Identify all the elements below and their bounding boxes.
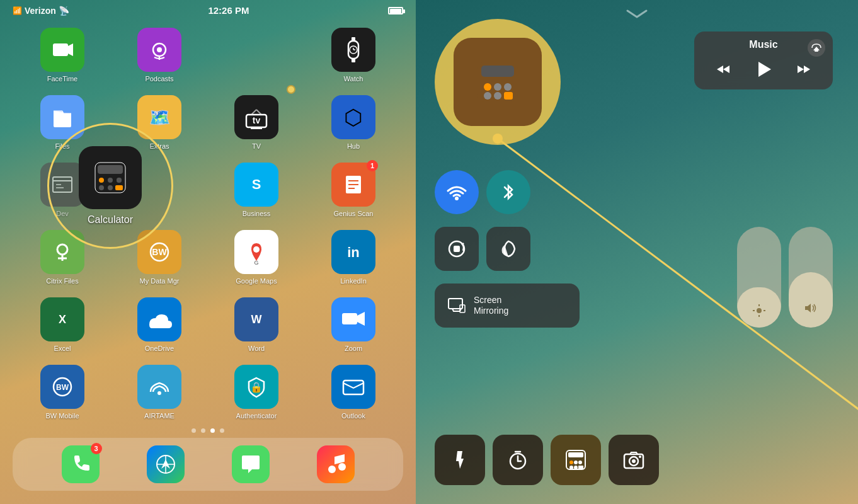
- linkedin-icon: in: [331, 230, 375, 274]
- play-button[interactable]: [751, 57, 776, 82]
- volume-icon: [803, 301, 818, 319]
- app-grid-row5: X Excel OneDrive W Word Zoom: [0, 291, 416, 358]
- app-onedrive[interactable]: OneDrive: [116, 297, 203, 352]
- screen-mirroring-btn[interactable]: ScreenMirroring: [435, 284, 580, 328]
- dock-phone[interactable]: 3: [62, 445, 100, 483]
- calculator-bottom-btn[interactable]: [551, 435, 601, 485]
- status-left: 📶 Verizon 📡: [13, 6, 69, 16]
- svg-point-62: [484, 92, 491, 100]
- dock-messages[interactable]: [232, 445, 270, 483]
- sliders-container: [737, 227, 833, 328]
- app-watch[interactable]: Watch: [310, 28, 397, 83]
- camera-btn[interactable]: [609, 435, 659, 485]
- yellow-highlight-circle: [435, 19, 561, 145]
- svg-rect-8: [352, 37, 355, 41]
- svg-point-60: [494, 83, 501, 91]
- mydatamgr-label: My Data Mgr: [140, 277, 180, 285]
- excel-icon: X: [40, 297, 84, 341]
- svg-point-77: [757, 308, 762, 313]
- dock-safari[interactable]: [147, 445, 185, 483]
- app-googlemaps[interactable]: G Google Maps: [213, 230, 300, 285]
- svg-text:G: G: [254, 260, 258, 265]
- volume-slider[interactable]: [789, 227, 833, 328]
- app-genius[interactable]: 1 Genius Scan: [310, 163, 397, 217]
- app-linkedin[interactable]: in LinkedIn: [310, 230, 397, 285]
- app-podcasts[interactable]: Podcasts: [116, 28, 203, 83]
- googlemaps-label: Google Maps: [236, 277, 277, 285]
- googlemaps-icon: G: [234, 230, 278, 274]
- messages-icon: [232, 445, 270, 483]
- svg-point-46: [328, 466, 336, 473]
- app-word[interactable]: W Word: [213, 297, 300, 352]
- svg-point-90: [578, 461, 582, 464]
- svg-rect-64: [504, 92, 513, 100]
- dock-music[interactable]: [317, 445, 355, 483]
- app-bwmobile[interactable]: BW BW Mobile: [19, 365, 106, 420]
- brightness-slider[interactable]: [737, 227, 781, 328]
- svg-text:in: in: [347, 244, 360, 260]
- app-authenticator[interactable]: 🔒 Authenticator: [213, 365, 300, 420]
- music-widget: Music: [694, 32, 833, 89]
- app-hub[interactable]: ⬡ Hub: [310, 95, 397, 150]
- bottom-controls-row: [435, 435, 659, 485]
- dot-3-active: [210, 428, 215, 433]
- rotation-lock-btn[interactable]: [435, 227, 479, 271]
- app-facetime[interactable]: FaceTime: [19, 28, 106, 83]
- svg-marker-36: [357, 312, 365, 326]
- tv-icon: tv: [234, 95, 278, 139]
- bluetooth-toggle[interactable]: [486, 170, 530, 214]
- forward-button[interactable]: [792, 58, 815, 81]
- calculator-large-icon: [79, 146, 142, 209]
- svg-rect-87: [568, 452, 583, 457]
- annotation-dot-top: [287, 85, 295, 94]
- do-not-disturb-btn[interactable]: [486, 227, 530, 271]
- connectivity-row: [435, 170, 530, 214]
- svg-marker-70: [804, 66, 810, 73]
- business-icon: S: [234, 163, 278, 207]
- authenticator-label: Authenticator: [236, 412, 277, 420]
- app-business[interactable]: S Business: [213, 163, 300, 217]
- business-label: Business: [243, 210, 271, 217]
- genius-badge: 1: [367, 160, 378, 171]
- svg-point-55: [117, 178, 122, 183]
- linkedin-label: LinkedIn: [340, 277, 367, 285]
- svg-point-88: [569, 461, 573, 464]
- flashlight-btn[interactable]: [435, 435, 485, 485]
- svg-point-53: [99, 185, 104, 190]
- dot-2: [201, 428, 205, 433]
- bwmobile-label: BW Mobile: [45, 412, 79, 420]
- phone-icon: 3: [62, 445, 100, 483]
- app-outlook[interactable]: Outlook: [310, 365, 397, 420]
- app-zoom[interactable]: Zoom: [310, 297, 397, 352]
- music-widget-title: Music: [704, 39, 823, 50]
- app-excel[interactable]: X Excel: [19, 297, 106, 352]
- svg-point-89: [574, 461, 578, 464]
- app-airtame[interactable]: AIRTAME: [116, 365, 203, 420]
- svg-point-54: [108, 185, 113, 190]
- svg-text:tv: tv: [253, 115, 261, 125]
- watch-icon: [331, 28, 375, 72]
- svg-rect-56: [115, 185, 123, 190]
- app-tv[interactable]: tv TV: [213, 95, 300, 150]
- svg-point-47: [338, 463, 346, 471]
- calc-highlight-label: Calculator: [88, 214, 133, 226]
- big-calc-icon: [454, 38, 542, 126]
- hub-label: Hub: [347, 142, 360, 150]
- svg-point-28: [253, 246, 260, 253]
- wifi-toggle[interactable]: [435, 170, 479, 214]
- svg-marker-69: [798, 66, 804, 73]
- signal-bars: 📶: [13, 6, 22, 15]
- outlook-icon: [331, 365, 375, 409]
- carrier-label: Verizon: [25, 6, 56, 16]
- svg-point-39: [157, 391, 161, 395]
- status-bar: 📶 Verizon 📡 12:26 PM: [0, 0, 416, 18]
- podcasts-label: Podcasts: [145, 75, 173, 83]
- airtame-icon: [137, 365, 181, 409]
- svg-point-96: [632, 459, 636, 463]
- svg-rect-35: [342, 313, 357, 324]
- rewind-button[interactable]: [712, 58, 735, 81]
- facetime-label: FaceTime: [47, 75, 78, 83]
- svg-point-23: [57, 244, 67, 255]
- facetime-icon: [40, 28, 84, 72]
- timer-btn[interactable]: [493, 435, 543, 485]
